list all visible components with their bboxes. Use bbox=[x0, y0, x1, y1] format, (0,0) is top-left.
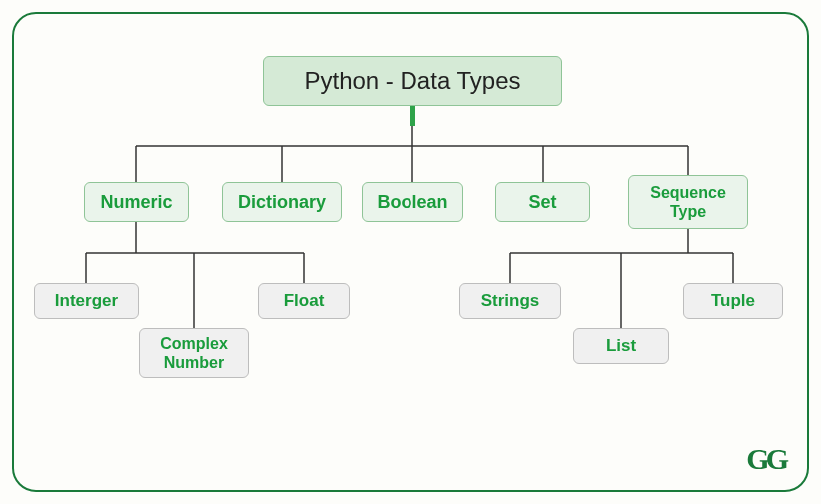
category-sequence-label: Sequence Type bbox=[650, 183, 726, 221]
category-boolean-label: Boolean bbox=[377, 192, 447, 213]
leaf-strings-label: Strings bbox=[481, 291, 540, 311]
leaf-integer-label: Interger bbox=[55, 291, 118, 311]
logo-icon: GG bbox=[746, 442, 785, 476]
category-boolean: Boolean bbox=[362, 182, 463, 222]
root-label: Python - Data Types bbox=[304, 67, 520, 95]
logo-text: GG bbox=[746, 442, 785, 475]
leaf-integer: Interger bbox=[34, 283, 139, 319]
category-sequence: Sequence Type bbox=[628, 175, 748, 229]
leaf-tuple: Tuple bbox=[683, 283, 783, 319]
root-node: Python - Data Types bbox=[263, 56, 562, 106]
category-numeric-label: Numeric bbox=[100, 192, 172, 213]
leaf-list-label: List bbox=[606, 336, 636, 356]
leaf-strings: Strings bbox=[459, 283, 561, 319]
leaf-complex: Complex Number bbox=[139, 328, 249, 378]
category-dictionary: Dictionary bbox=[222, 182, 342, 222]
category-set: Set bbox=[495, 182, 590, 222]
leaf-list: List bbox=[573, 328, 669, 364]
category-set-label: Set bbox=[528, 192, 556, 213]
category-numeric: Numeric bbox=[84, 182, 189, 222]
leaf-tuple-label: Tuple bbox=[711, 291, 755, 311]
leaf-float-label: Float bbox=[284, 291, 325, 311]
category-dictionary-label: Dictionary bbox=[238, 192, 326, 213]
leaf-float: Float bbox=[258, 283, 350, 319]
diagram-frame: Python - Data Types Numeric Dictionary B… bbox=[12, 12, 809, 492]
leaf-complex-label: Complex Number bbox=[160, 334, 228, 372]
